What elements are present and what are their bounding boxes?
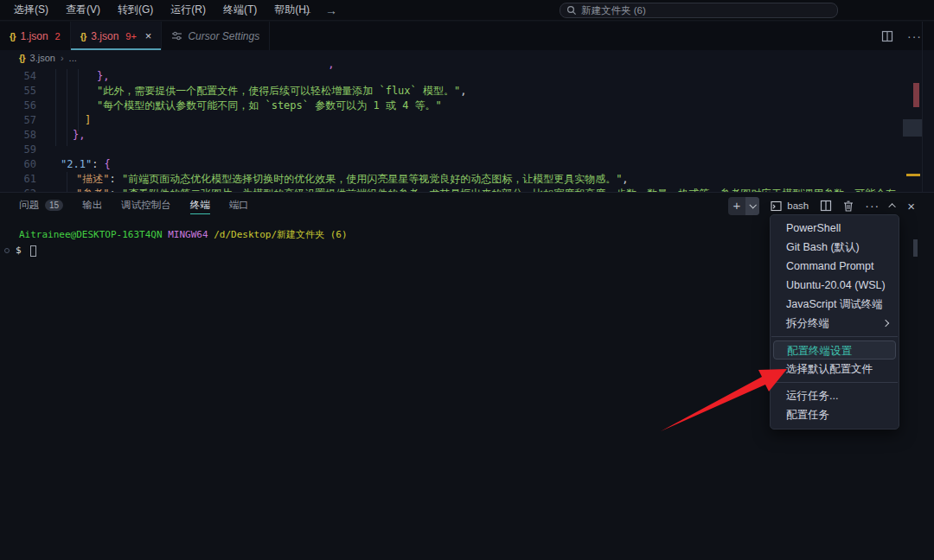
- forward-arrow-icon[interactable]: →: [325, 3, 337, 17]
- panel-tab[interactable]: 问题15: [19, 193, 63, 217]
- code-token: ,: [460, 85, 466, 97]
- terminal-profile-menu-item[interactable]: Git Bash (默认): [771, 238, 899, 257]
- search-icon: [566, 5, 577, 16]
- line-number[interactable]: 56: [0, 99, 36, 113]
- terminal-user: Aitrainee@DESKTOP-163T4QN: [19, 229, 163, 240]
- code-token: "描述": [76, 173, 109, 185]
- code-line[interactable]: 61"描述": "前端页面动态优化模型选择切换时的优化效果，使用闪亮星星等视觉良…: [0, 172, 934, 187]
- editor-scrollbar-thumb[interactable]: [903, 119, 922, 137]
- code-token: {: [105, 158, 111, 170]
- launch-profile-dropdown-button[interactable]: [745, 197, 759, 215]
- menubar-item[interactable]: 查看(V): [57, 0, 109, 20]
- editor-tab[interactable]: Cursor Settings: [162, 22, 270, 50]
- panel-scrollbar-thumb[interactable]: [913, 239, 918, 257]
- terminal-profile-menu-item[interactable]: Command Prompt: [771, 257, 899, 276]
- code-token: "每个模型的默认参数可能不同，如 `steps` 参数可以为 1 或 4 等。": [97, 99, 442, 111]
- terminal-profile-menu-item[interactable]: Ubuntu-20.04 (WSL): [771, 276, 899, 295]
- code-line[interactable]: 54},: [0, 69, 934, 84]
- split-editor-icon[interactable]: [881, 30, 893, 42]
- line-number[interactable]: 55: [0, 84, 36, 99]
- menubar-item[interactable]: 选择(S): [5, 0, 57, 20]
- more-actions-icon[interactable]: ···: [907, 29, 922, 43]
- editor-tab[interactable]: {}3.json9+×: [71, 22, 163, 50]
- code-line[interactable]: 60"2.1": {: [0, 157, 934, 172]
- terminal-profile-menu-item[interactable]: 选择默认配置文件: [771, 360, 899, 379]
- back-arrow-icon[interactable]: ←: [301, 3, 313, 17]
- vscode-window: 选择(S)查看(V)转到(G)运行(R)终端(T)帮助(H) ← → 新建文件夹…: [0, 0, 934, 560]
- terminal-profile-menu-item[interactable]: 拆分终端: [771, 314, 899, 333]
- titlebar: 选择(S)查看(V)转到(G)运行(R)终端(T)帮助(H) ← → 新建文件夹…: [0, 0, 934, 21]
- panel-tab[interactable]: 调试控制台: [121, 193, 171, 217]
- code-token: :: [92, 158, 104, 170]
- line-content[interactable]: "此外，需要提供一个配置文件，使得后续可以轻松增量添加 `flux` 模型。",: [36, 84, 466, 99]
- line-number[interactable]: 58: [0, 128, 36, 143]
- line-content[interactable]: "描述": "前端页面动态优化模型选择切换时的优化效果，使用闪亮星星等视觉良好的…: [36, 172, 629, 187]
- terminal-profile-menu-item[interactable]: 配置任务: [771, 405, 899, 424]
- code-token: ]: [85, 114, 91, 126]
- more-actions-icon[interactable]: ···: [865, 199, 880, 213]
- problems-count-badge: 15: [45, 200, 63, 211]
- new-terminal-split-button: +: [728, 197, 760, 215]
- tab-filename: 1.json: [21, 30, 48, 42]
- braces-icon: {}: [80, 31, 86, 41]
- terminal-input-line[interactable]: $: [0, 243, 348, 258]
- editor-tab[interactable]: {}1.json2: [0, 22, 71, 50]
- kill-terminal-trash-icon[interactable]: [843, 200, 854, 212]
- split-terminal-icon[interactable]: [820, 200, 832, 212]
- code-line[interactable]: 59: [0, 143, 934, 157]
- command-center-search[interactable]: 新建文件夹 (6): [560, 3, 838, 18]
- line-number[interactable]: 54: [0, 69, 36, 84]
- breadcrumb-ellipsis[interactable]: ...: [69, 53, 77, 63]
- code-line[interactable]: 55"此外，需要提供一个配置文件，使得后续可以轻松增量添加 `flux` 模型。…: [0, 84, 934, 99]
- terminal-profile-menu-item[interactable]: JavaScript 调试终端: [771, 295, 899, 314]
- tab-filename: 3.json: [91, 30, 118, 42]
- menubar: 选择(S)查看(V)转到(G)运行(R)终端(T)帮助(H): [0, 0, 318, 20]
- terminal-prompt-line: Aitrainee@DESKTOP-163T4QN MINGW64 /d/Des…: [0, 227, 348, 243]
- line-number[interactable]: 59: [0, 143, 36, 157]
- braces-icon: {}: [19, 53, 25, 63]
- code-line[interactable]: 57]: [0, 113, 934, 128]
- code-line[interactable]: 56"每个模型的默认参数可能不同，如 `steps` 参数可以为 1 或 4 等…: [0, 99, 934, 113]
- maximize-panel-icon[interactable]: [889, 203, 896, 210]
- code-line[interactable]: 58},: [0, 128, 934, 143]
- chevron-right-icon: [882, 320, 889, 327]
- shell-label: bash: [787, 200, 809, 211]
- panel-tab[interactable]: 输出: [82, 193, 102, 217]
- line-content[interactable]: "每个模型的默认参数可能不同，如 `steps` 参数可以为 1 或 4 等。": [36, 99, 442, 113]
- panel-tab[interactable]: 端口: [229, 193, 249, 217]
- terminal-profile-menu-item[interactable]: 配置终端设置: [773, 340, 896, 360]
- panel-tab-label: 终端: [190, 199, 210, 212]
- code-editor[interactable]: ", 54},55"此外，需要提供一个配置文件，使得后续可以轻松增量添加 `fl…: [0, 66, 934, 192]
- line-content[interactable]: [36, 143, 48, 157]
- line-number[interactable]: 60: [0, 157, 36, 172]
- breadcrumb[interactable]: {} 3.json › ...: [0, 50, 934, 66]
- tab-problems-badge: 2: [55, 31, 61, 41]
- terminal-icon: [771, 200, 782, 212]
- terminal-env: MINGW64: [163, 229, 208, 240]
- menubar-item[interactable]: 转到(G): [109, 0, 162, 20]
- editor-actions: ···: [881, 22, 922, 50]
- breadcrumb-file[interactable]: 3.json: [30, 53, 55, 63]
- close-tab-icon[interactable]: ×: [145, 29, 152, 42]
- terminal-path: /d/Desktop/新建文件夹 (6): [208, 229, 348, 240]
- terminal-prompt-symbol: $: [16, 243, 22, 258]
- menubar-item[interactable]: 运行(R): [162, 0, 214, 20]
- line-content[interactable]: },: [36, 69, 109, 84]
- terminal-profile-menu: PowerShellGit Bash (默认)Command PromptUbu…: [770, 214, 899, 430]
- line-content[interactable]: },: [36, 128, 85, 143]
- line-content[interactable]: "2.1": {: [36, 157, 111, 172]
- command-decoration-circle[interactable]: [4, 248, 10, 253]
- chevron-right-icon: ›: [61, 53, 64, 63]
- terminal-output[interactable]: Aitrainee@DESKTOP-163T4QN MINGW64 /d/Des…: [0, 227, 348, 258]
- panel-tab[interactable]: 终端: [190, 193, 210, 217]
- new-terminal-button[interactable]: +: [728, 197, 746, 215]
- terminal-profile-menu-item[interactable]: PowerShell: [771, 219, 899, 238]
- code-token: ,: [622, 173, 628, 185]
- close-panel-icon[interactable]: ×: [907, 199, 915, 213]
- menubar-item[interactable]: 终端(T): [214, 0, 265, 20]
- terminal-profile-menu-item[interactable]: 运行任务...: [771, 386, 899, 405]
- line-number[interactable]: 61: [0, 172, 36, 187]
- terminal-instance-item[interactable]: bash: [771, 200, 809, 212]
- line-content[interactable]: ]: [36, 113, 91, 128]
- line-number[interactable]: 57: [0, 113, 36, 128]
